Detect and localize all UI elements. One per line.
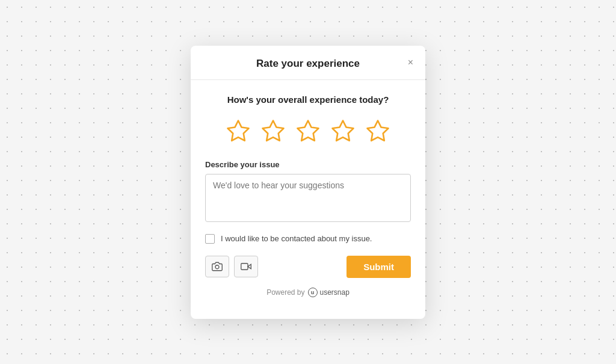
svg-rect-7	[241, 264, 248, 270]
svg-marker-2	[298, 120, 319, 140]
svg-point-5	[215, 265, 219, 269]
attachment-buttons	[205, 256, 258, 277]
usersnap-icon: u	[308, 288, 318, 297]
feedback-modal: Rate your experience × How's your overal…	[191, 46, 425, 319]
checkbox-label: I would like to be contacted about my is…	[221, 234, 372, 243]
svg-marker-1	[263, 120, 284, 140]
textarea-label: Describe your issue	[205, 160, 411, 169]
star-rating	[205, 117, 411, 146]
powered-by: Powered by u usersnap	[205, 288, 411, 307]
powered-by-text: Powered by	[266, 288, 304, 297]
svg-marker-4	[368, 120, 389, 140]
brand-name: usersnap	[320, 288, 350, 297]
issue-textarea[interactable]	[205, 174, 411, 222]
modal-header: Rate your experience ×	[191, 46, 425, 80]
contact-checkbox-row: I would like to be contacted about my is…	[205, 234, 411, 244]
svg-marker-3	[333, 120, 354, 140]
experience-question: How's your overall experience today?	[205, 94, 411, 105]
svg-marker-0	[228, 120, 249, 140]
star-3[interactable]	[294, 117, 322, 146]
video-button[interactable]	[234, 256, 258, 277]
submit-button[interactable]: Submit	[346, 256, 411, 278]
usersnap-logo: u usersnap	[308, 288, 350, 297]
star-4[interactable]	[328, 117, 357, 146]
star-1[interactable]	[224, 117, 253, 146]
star-5[interactable]	[363, 117, 392, 146]
actions-row: Submit	[205, 256, 411, 278]
svg-marker-6	[248, 264, 251, 269]
close-button[interactable]: ×	[405, 57, 416, 69]
video-icon	[241, 261, 251, 272]
camera-icon	[212, 261, 223, 272]
modal-title: Rate your experience	[256, 58, 360, 69]
modal-body: How's your overall experience today?	[191, 80, 425, 319]
contact-checkbox[interactable]	[205, 234, 215, 244]
modal-overlay: Rate your experience × How's your overal…	[0, 0, 616, 364]
star-2[interactable]	[259, 117, 288, 146]
screenshot-button[interactable]	[205, 256, 229, 277]
